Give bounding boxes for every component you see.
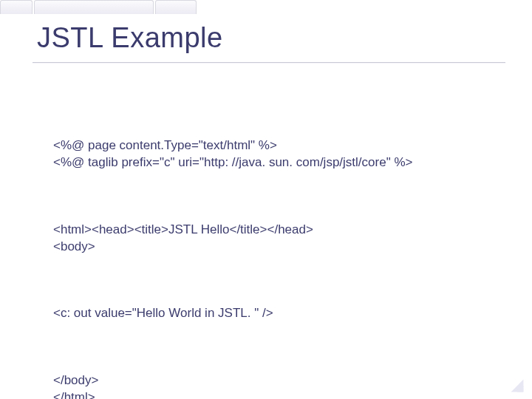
page-corner-icon (511, 380, 524, 392)
tab[interactable] (0, 0, 33, 14)
tab-strip (0, 0, 532, 13)
code-block: <%@ page content.Type="text/html" %> <%@… (53, 103, 504, 399)
code-line: </body> </html> (53, 372, 504, 399)
tab[interactable] (34, 0, 154, 14)
slide-title: JSTL Example (37, 22, 223, 54)
code-line: <c: out value="Hello World in JSTL. " /> (53, 305, 504, 322)
title-divider (33, 62, 505, 63)
code-line: <%@ page content.Type="text/html" %> <%@… (53, 137, 504, 171)
tab[interactable] (155, 0, 197, 14)
code-line: <html><head><title>JSTL Hello</title></h… (53, 222, 504, 256)
